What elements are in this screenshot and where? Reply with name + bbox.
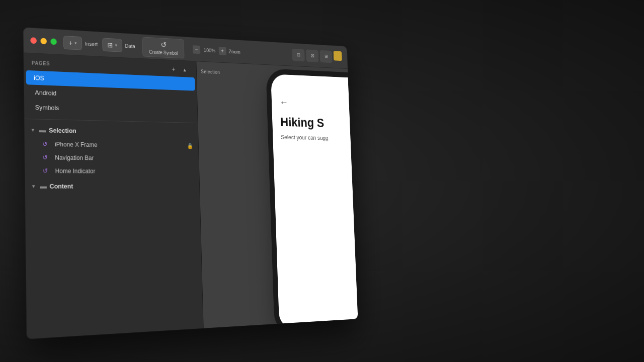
zoom-increase-button[interactable]: + bbox=[219, 47, 226, 55]
color-button[interactable] bbox=[334, 51, 342, 61]
app-window: + ▾ Insert ⊞ ▾ Data ↺ Create Symbol bbox=[24, 28, 358, 339]
ungroup-button[interactable]: ⊠ bbox=[306, 49, 318, 62]
folder-content-icon: ▬ bbox=[40, 182, 47, 190]
content-group-name: Content bbox=[49, 182, 73, 190]
layer-item-home-indicator[interactable]: ↺ Home Indicator bbox=[25, 164, 199, 177]
group-icon: ⊡ bbox=[296, 52, 300, 58]
grid-button[interactable]: ⊞ bbox=[319, 50, 332, 62]
phone-mockup: ← Hiking S Select your can sugg bbox=[271, 74, 358, 328]
back-arrow-icon: ← bbox=[279, 97, 288, 109]
group-button[interactable]: ⊡ bbox=[292, 48, 305, 61]
grid-icon: ⊞ bbox=[324, 53, 328, 59]
zoom-area: − 100% + Zoom bbox=[193, 45, 240, 56]
layer-group-content-header[interactable]: ▼ ▬ Content bbox=[25, 178, 200, 194]
app-window-wrapper: + ▾ Insert ⊞ ▾ Data ↺ Create Symbol bbox=[24, 28, 358, 339]
layers-icon: ⊞ bbox=[107, 41, 113, 49]
sync-icon-nav: ↺ bbox=[42, 154, 51, 161]
plus-icon: + bbox=[68, 39, 72, 47]
chevron-down-icon: ▼ bbox=[30, 127, 36, 132]
folder-icon: ▬ bbox=[39, 126, 46, 134]
scene: + ▾ Insert ⊞ ▾ Data ↺ Create Symbol bbox=[0, 0, 644, 362]
sync-icon-home: ↺ bbox=[43, 167, 51, 174]
layer-item-nav-name: Navigation Bar bbox=[55, 154, 193, 162]
zoom-label: Zoom bbox=[228, 48, 240, 54]
phone-content: ← Hiking S Select your can sugg bbox=[279, 97, 358, 319]
traffic-lights bbox=[30, 37, 56, 45]
insert-button[interactable]: + ▾ bbox=[63, 35, 83, 50]
sync-icon-iphone: ↺ bbox=[42, 140, 51, 148]
zoom-decrease-button[interactable]: − bbox=[193, 45, 201, 54]
zoom-value: 100% bbox=[202, 47, 217, 53]
layer-group-content: ▼ ▬ Content bbox=[25, 178, 200, 194]
ungroup-icon: ⊠ bbox=[310, 53, 314, 59]
toolbar-right: ⊡ ⊠ ⊞ bbox=[292, 48, 342, 63]
phone-nav-bar: ← bbox=[279, 97, 358, 111]
layers-section: ▼ ▬ Selection ↺ iPhone X Frame 🔒 bbox=[25, 120, 203, 339]
chevron-right-icon: ▼ bbox=[31, 183, 37, 189]
close-button[interactable] bbox=[30, 37, 37, 44]
create-symbol-button[interactable]: ↺ Create Symbol bbox=[142, 37, 184, 58]
layer-item-iphone-name: iPhone X Frame bbox=[55, 141, 184, 149]
selection-group-name: Selection bbox=[49, 126, 76, 134]
layer-item-home-name: Home Indicator bbox=[55, 167, 194, 175]
sidebar: PAGES + ▲ iOS Android Symbols bbox=[24, 53, 203, 339]
create-symbol-icon: ↺ bbox=[160, 40, 167, 49]
layer-group-selection: ▼ ▬ Selection ↺ iPhone X Frame 🔒 bbox=[25, 122, 199, 178]
canvas-area[interactable]: Selection ← Hiking S Select your can sug… bbox=[196, 61, 358, 328]
minimize-button[interactable] bbox=[40, 38, 47, 44]
main-content: PAGES + ▲ iOS Android Symbols bbox=[24, 53, 358, 339]
pages-section-label: PAGES bbox=[32, 60, 50, 66]
